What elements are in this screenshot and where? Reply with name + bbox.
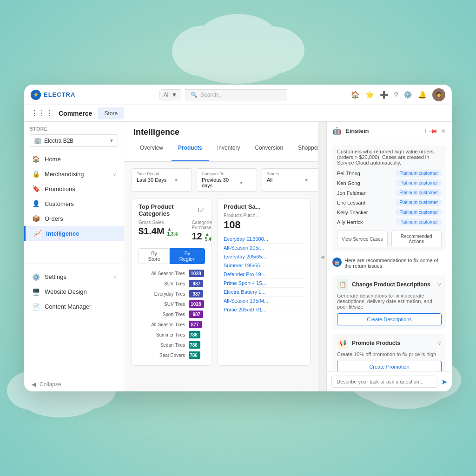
card-title: Top Product Categories [139, 203, 196, 217]
by-store-btn[interactable]: By Store [139, 248, 170, 264]
store-tab[interactable]: Store [98, 107, 124, 119]
help-icon[interactable]: ? [394, 91, 398, 99]
content-einstein-area: Intelligence Overview Products Inventory… [124, 122, 452, 391]
tab-shopper[interactable]: Shopper [291, 142, 318, 161]
bar-row: Everyday Tires 987 [139, 290, 205, 298]
svg-point-3 [235, 26, 304, 74]
einstein-info-icon[interactable]: ℹ [424, 128, 426, 134]
tab-inventory[interactable]: Inventory [211, 142, 246, 161]
sidebar-item-orders[interactable]: 📦 Orders [24, 211, 124, 226]
sidebar-item-home[interactable]: 🏠 Home [24, 152, 124, 166]
sidebar-item-settings[interactable]: ⚙️ Settings ∨ [24, 270, 124, 284]
tab-products[interactable]: Products [172, 142, 209, 161]
settings-nav-items: ⚙️ Settings ∨ 🖥️ Website Design 📄 Conten… [24, 268, 124, 378]
orders-icon: 📦 [32, 215, 40, 222]
nav-items: 🏠 Home 🔒 Merchandising ∨ 🔖 Promotions 👤 … [24, 150, 124, 260]
sidebar-item-promotions[interactable]: 🔖 Promotions [24, 181, 124, 196]
card-header: Top Product Categories ℹ ⤢ [132, 198, 212, 220]
sidebar-item-customers-label: Customers [45, 200, 74, 207]
product-item[interactable]: All-Season 205/... [224, 244, 304, 252]
rec-description: Generate descriptions to fix inaccurate … [337, 293, 442, 310]
sidebar-item-content-label: Content Manager [45, 303, 91, 310]
rec-chevron-icon[interactable]: ∨ [437, 281, 442, 288]
sidebar-item-home-label: Home [45, 156, 61, 163]
product-item[interactable]: Electra Battery L... [224, 288, 304, 297]
store-select[interactable]: 🏢 Electra B2B ▼ [30, 134, 118, 147]
gross-sales-metric: Gross Sales $1.4M ▲ 1.3% [139, 220, 178, 242]
collapse-arrow-icon: ◀ [321, 254, 324, 259]
rec-description: Create 10% off promotion to fix price is… [337, 351, 442, 357]
categories-metric: Categories Purchased 12 ▲ 5.4% [192, 220, 212, 242]
sidebar-item-merchandising-label: Merchandising [45, 171, 84, 178]
sidebar-item-merchandising[interactable]: 🔒 Merchandising ∨ [24, 166, 124, 181]
product-sales-title: Product Sa... [224, 203, 304, 210]
expand-icon[interactable]: ⤢ [199, 206, 205, 214]
einstein-collapse-handle[interactable]: ◀ [318, 122, 326, 391]
search-area: All ▼ 🔍 Search... [96, 89, 351, 100]
create-promotion-btn[interactable]: Create Promotion [337, 361, 442, 371]
card-metrics: Gross Sales $1.4M ▲ 1.3% Categories Purc… [132, 220, 212, 246]
sidebar-item-content[interactable]: 📄 Content Manager [24, 299, 124, 314]
settings-nav-icon[interactable]: ⚙️ [403, 91, 412, 99]
product-item[interactable]: Everyday 205/65... [224, 252, 304, 261]
sidebar-item-intelligence[interactable]: 📈 Intelligence [24, 226, 124, 241]
compare-to-filter[interactable]: Compare To Previous 30 days ▼ [197, 168, 257, 192]
customer-list: Pei Thong Platinum customer Ken Gong Pla… [337, 168, 442, 227]
bar-row: Summer Tires 786 [139, 331, 205, 338]
search-box[interactable]: 🔍 Search... [185, 89, 287, 100]
sidebar-item-website[interactable]: 🖥️ Website Design [24, 284, 124, 299]
search-all-dropdown[interactable]: All ▼ [159, 89, 181, 100]
bar-row: SUV Tires 987 [139, 280, 205, 287]
einstein-input-row: ➤ [327, 371, 452, 391]
user-avatar[interactable]: 👩 [432, 88, 445, 101]
tab-overview[interactable]: Overview [133, 142, 170, 161]
sidebar-item-website-label: Website Design [45, 288, 87, 295]
app-window: ⚡ ELECTRA All ▼ 🔍 Search... 🏠 ⭐ ➕ ? ⚙️ 🔔… [24, 85, 452, 391]
sidebar-item-orders-label: Orders [45, 215, 63, 222]
products-purchased-label: Products Purch... [224, 213, 304, 218]
recommended-actions-btn[interactable]: Recommended Actions [391, 231, 442, 247]
stores-filter[interactable]: Stores All ▼ [262, 168, 318, 192]
product-item[interactable]: Everyday EL3000... [224, 235, 304, 244]
add-icon[interactable]: ➕ [380, 91, 389, 99]
home-icon: 🏠 [32, 155, 40, 163]
by-region-btn[interactable]: By Region [170, 248, 205, 264]
content-area: Intelligence Overview Products Inventory… [124, 122, 318, 391]
notifications-icon[interactable]: 🔔 [418, 91, 427, 99]
rec-chevron-icon[interactable]: ∨ [437, 340, 442, 346]
sidebar-item-customers[interactable]: 👤 Customers [24, 196, 124, 211]
filters-row: Time Period Last 30 Days ▼ Compare To Pr… [132, 168, 311, 192]
einstein-bot-icon: 🤖 [332, 126, 342, 135]
sidebar-item-settings-label: Settings [45, 273, 66, 280]
product-item[interactable]: Summer 195/55... [224, 261, 304, 270]
create-descriptions-btn[interactable]: Create Descriptions [337, 313, 442, 325]
product-item[interactable]: Prime Sport 4 15... [224, 279, 304, 288]
einstein-panel: 🤖 Einstein ℹ 📌 ✕ Customers who returned … [326, 122, 452, 391]
sidebar-item-promotions-label: Promotions [45, 185, 75, 192]
product-item[interactable]: Prime 205/50 R1... [224, 305, 304, 314]
product-item[interactable]: All-Season 195/M... [224, 297, 304, 305]
sidebar-item-intelligence-label: Intelligence [46, 230, 79, 237]
app-grid-icon[interactable]: ⋮⋮⋮ [31, 109, 53, 118]
send-button[interactable]: ➤ [441, 377, 447, 386]
top-nav: ⚡ ELECTRA All ▼ 🔍 Search... 🏠 ⭐ ➕ ? ⚙️ 🔔… [24, 85, 452, 105]
favorites-icon[interactable]: ⭐ [365, 91, 374, 99]
einstein-input[interactable] [331, 376, 437, 388]
collapse-icon: ◀ [32, 381, 36, 388]
recommendation-promote-products: 📢 Promote Products ∨ Create 10% off prom… [332, 334, 446, 371]
tab-conversion[interactable]: Conversion [248, 142, 290, 161]
product-item[interactable]: Defender Pro 19... [224, 270, 304, 279]
bar-row: Sport Tires 987 [139, 311, 205, 318]
collapse-button[interactable]: ◀ Collapse [24, 377, 124, 391]
content-header: Intelligence Overview Products Inventory… [124, 122, 318, 162]
bar-row: All-Season Tires 1028 [139, 270, 205, 277]
svg-point-1 [196, 14, 280, 70]
time-period-filter[interactable]: Time Period Last 30 Days ▼ [132, 168, 192, 192]
top-product-categories-card: Top Product Categories ℹ ⤢ Gross Sales $… [132, 198, 212, 366]
rec-header: 📢 Promote Products ∨ [337, 337, 442, 349]
einstein-close-icon[interactable]: ✕ [441, 127, 446, 135]
view-service-cases-btn[interactable]: View Service Cases [337, 231, 388, 247]
einstein-info-text: 🤖 Here are recommendations to fix some o… [332, 256, 446, 271]
home-nav-icon[interactable]: 🏠 [351, 91, 360, 99]
einstein-pin-icon[interactable]: 📌 [429, 126, 438, 136]
